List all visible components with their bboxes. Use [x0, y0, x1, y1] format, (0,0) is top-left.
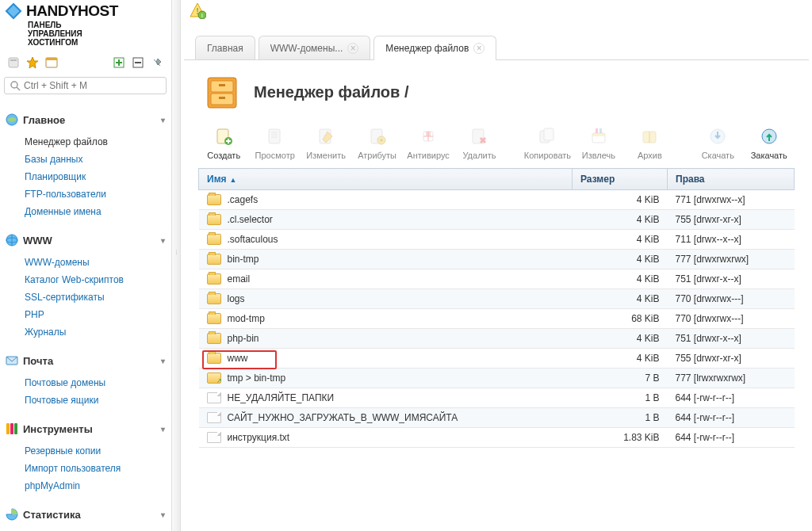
alert-badge-icon[interactable]: !i: [189, 2, 206, 19]
svg-rect-29: [219, 84, 225, 86]
folder-icon: [207, 273, 221, 285]
gutter-handle-icon[interactable]: [173, 250, 179, 281]
table-row[interactable]: НЕ_УДАЛЯЙТЕ_ПАПКИ1 B644 [-rw-r--r--]: [199, 388, 795, 408]
action-view: Просмотр: [249, 125, 300, 160]
close-icon[interactable]: ×: [473, 43, 485, 54]
nav-group-header[interactable]: Почта▾: [4, 352, 167, 369]
action-copy: Копировать: [522, 125, 573, 160]
file-perms: 755 [drwxr-xr-x]: [668, 349, 795, 369]
table-row[interactable]: mod-tmp68 KiB770 [drwxrwx---]: [199, 309, 795, 329]
collapse-all-icon[interactable]: [132, 56, 144, 69]
svg-rect-6: [46, 58, 57, 60]
copy-icon: [536, 125, 558, 147]
file-name: www: [228, 353, 248, 364]
view-icon: [264, 125, 286, 147]
tab[interactable]: WWW-домены...×: [259, 36, 371, 59]
nav-group: Главное▾Менеджер файловБазы данныхПланир…: [4, 111, 167, 220]
nav-item[interactable]: FTP-пользователи: [4, 185, 167, 203]
table-row[interactable]: logs4 KiB770 [drwxrwx---]: [199, 289, 795, 309]
attrs-icon: [366, 125, 389, 147]
col-header-name[interactable]: Имя▲: [199, 169, 573, 190]
nav-group-header[interactable]: Статистика▾: [4, 506, 167, 523]
svg-rect-53: [596, 128, 598, 133]
nav-item[interactable]: Базы данных: [4, 151, 167, 168]
chevron-down-icon: ▾: [161, 357, 165, 365]
nav-group-header[interactable]: Инструменты▾: [4, 420, 167, 437]
tab-label: Менеджер файлов: [385, 43, 469, 54]
nav-item[interactable]: Почтовые ящики: [4, 392, 167, 409]
file-icon: [207, 412, 221, 423]
tab[interactable]: Главная: [195, 36, 255, 59]
table-row[interactable]: .softaculous4 KiB711 [drwx--x--x]: [199, 230, 795, 250]
search-box[interactable]: [4, 77, 167, 94]
file-size: 1 B: [573, 388, 668, 408]
table-row[interactable]: .cagefs4 KiB771 [drwxrwx--x]: [199, 190, 795, 210]
table-row[interactable]: .cl.selector4 KiB755 [drwxr-xr-x]: [199, 210, 795, 230]
table-row[interactable]: www4 KiB755 [drwxr-xr-x]: [199, 349, 795, 369]
tab-bar: ГлавнаяWWW-домены...×Менеджер файлов×: [184, 35, 809, 60]
file-size: 4 KiB: [573, 349, 668, 369]
nav-item[interactable]: Резервные копии: [4, 442, 167, 460]
nav-item[interactable]: Импорт пользователя: [4, 460, 167, 477]
tab-label: WWW-домены...: [270, 43, 343, 54]
expand-all-icon[interactable]: [113, 56, 125, 69]
search-icon: [10, 80, 21, 91]
nav-group: Статистика▾: [4, 506, 167, 523]
svg-rect-30: [219, 97, 225, 99]
file-name: НЕ_УДАЛЯЙТЕ_ПАПКИ: [228, 392, 335, 403]
col-header-perms[interactable]: Права: [668, 169, 795, 190]
file-name: tmp > bin-tmp: [228, 372, 286, 384]
file-name: php-bin: [228, 333, 259, 344]
sidebar-resize-gutter[interactable]: [171, 0, 181, 531]
search-input[interactable]: [24, 80, 161, 91]
favorites-icon[interactable]: [26, 56, 39, 69]
nav-item[interactable]: SSL-сертификаты: [4, 288, 167, 306]
svg-point-42: [380, 139, 383, 142]
extract-icon: [588, 125, 610, 147]
tab[interactable]: Менеджер файлов×: [373, 36, 496, 60]
table-row[interactable]: php-bin4 KiB751 [drwxr-x--x]: [199, 329, 795, 349]
nav-item[interactable]: Каталог Web-скриптов: [4, 271, 167, 288]
nav-item[interactable]: phpMyAdmin: [4, 477, 167, 495]
logo[interactable]: HANDYHOST: [4, 0, 167, 22]
action-upload[interactable]: Закачать: [744, 125, 795, 160]
nav-item[interactable]: WWW-домены: [4, 254, 167, 271]
home-icon[interactable]: [7, 56, 20, 69]
nav-item[interactable]: Доменные имена: [4, 203, 167, 220]
table-row[interactable]: bin-tmp4 KiB777 [drwxrwxrwx]: [199, 250, 795, 269]
nav-item[interactable]: PHP: [4, 306, 167, 323]
svg-rect-21: [14, 423, 17, 434]
svg-rect-19: [10, 423, 13, 434]
table-row[interactable]: email4 KiB751 [drwxr-x--x]: [199, 269, 795, 289]
chevron-down-icon: ▾: [161, 510, 165, 519]
svg-rect-35: [269, 129, 280, 143]
nav-item[interactable]: Менеджер файлов: [4, 133, 167, 151]
calendar-icon[interactable]: [45, 56, 58, 69]
folder-icon: [207, 254, 221, 265]
svg-rect-2: [9, 58, 18, 67]
file-icon: [207, 432, 221, 443]
table-row[interactable]: инструкция.txt1.83 KiB644 [-rw-r--r--]: [199, 428, 795, 448]
nav-item[interactable]: Планировщик: [4, 168, 167, 185]
nav-item[interactable]: Почтовые домены: [4, 374, 167, 392]
folder-icon: [207, 333, 221, 344]
brand-name: HANDYHOST: [26, 2, 118, 20]
col-header-size[interactable]: Размер: [573, 169, 668, 190]
file-name: email: [228, 273, 251, 285]
action-label: Извлечь: [573, 151, 624, 160]
file-table: Имя▲ Размер Права .cagefs4 KiB771 [drwxr…: [198, 168, 795, 448]
nav-item[interactable]: Журналы: [4, 323, 167, 341]
file-perms: 770 [drwxrwx---]: [668, 289, 795, 309]
nav-group-header[interactable]: Главное▾: [4, 111, 167, 128]
table-row[interactable]: САЙТ_НУЖНО_ЗАГРУЖАТЬ_В_WWW_ИМЯСАЙТА1 B64…: [199, 408, 795, 428]
table-row[interactable]: tmp > bin-tmp7 B777 [lrwxrwxrwx]: [199, 369, 795, 388]
archive-icon: [638, 125, 661, 147]
close-icon[interactable]: ×: [347, 43, 358, 54]
sidebar: Главное▾Менеджер файловБазы данныхПланир…: [4, 111, 167, 531]
svg-point-12: [11, 82, 17, 88]
pin-icon[interactable]: [151, 56, 163, 69]
file-perms: 644 [-rw-r--r--]: [668, 388, 795, 408]
action-create[interactable]: Создать: [198, 125, 249, 160]
file-icon: [207, 392, 221, 403]
nav-group-header[interactable]: WWW▾: [4, 231, 167, 249]
